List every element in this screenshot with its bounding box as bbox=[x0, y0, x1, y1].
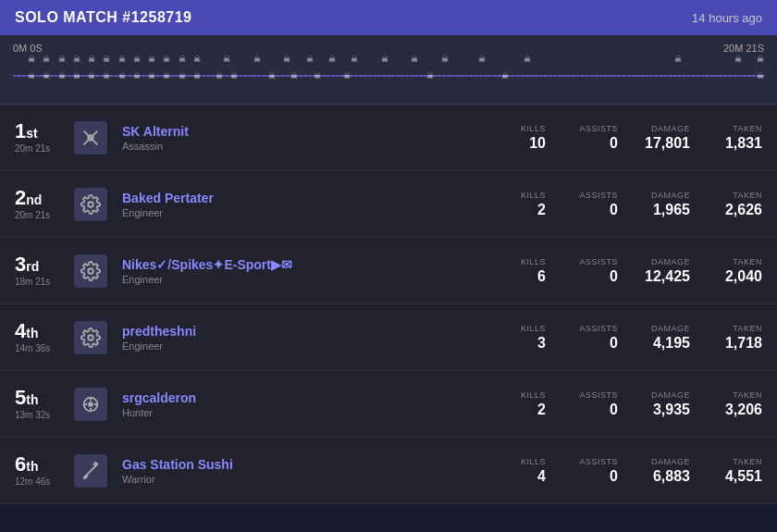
damage-label: DAMAGE bbox=[644, 257, 690, 266]
rank-number: 3 bbox=[15, 253, 26, 276]
class-icon-block bbox=[68, 254, 113, 288]
taken-stat: TAKEN 3,206 bbox=[716, 390, 762, 418]
kills-value: 2 bbox=[500, 402, 546, 418]
rank-display: 2nd bbox=[15, 188, 68, 208]
kills-label: KILLS bbox=[500, 324, 546, 333]
rank-suffix: st bbox=[26, 126, 37, 141]
assists-label: ASSISTS bbox=[572, 124, 618, 133]
kills-label: KILLS bbox=[500, 124, 546, 133]
player-info: srgcalderon Hunter bbox=[113, 390, 500, 418]
player-name[interactable]: predtheshni bbox=[122, 324, 500, 339]
match-title: SOLO MATCH #1258719 bbox=[15, 9, 192, 26]
class-icon-block bbox=[68, 121, 113, 155]
rank-suffix: th bbox=[26, 392, 38, 407]
player-name[interactable]: SK Alternit bbox=[122, 124, 500, 139]
damage-value: 6,883 bbox=[644, 468, 690, 485]
assists-stat: ASSISTS 0 bbox=[572, 390, 618, 418]
player-name[interactable]: srgcalderon bbox=[122, 390, 500, 405]
taken-label: TAKEN bbox=[716, 324, 762, 333]
assists-stat: ASSISTS 0 bbox=[572, 457, 618, 485]
damage-stat: DAMAGE 17,801 bbox=[644, 124, 690, 152]
rank-block: 1st 20m 21s bbox=[15, 121, 68, 154]
rank-time: 20m 21s bbox=[15, 210, 68, 220]
player-row[interactable]: 6th 12m 46s Gas Station Sushi Warrior KI… bbox=[0, 438, 777, 504]
taken-value: 4,551 bbox=[716, 468, 762, 485]
hunter-icon bbox=[74, 388, 107, 421]
assists-value: 0 bbox=[572, 135, 618, 152]
damage-stat: DAMAGE 6,883 bbox=[644, 457, 690, 485]
taken-stat: TAKEN 2,040 bbox=[716, 257, 762, 285]
player-row[interactable]: 5th 13m 32s srgcalderon Hunter KILLS 2 bbox=[0, 371, 777, 438]
player-class: Engineer bbox=[122, 207, 500, 218]
svg-point-5 bbox=[88, 335, 93, 340]
stats-block: KILLS 10 ASSISTS 0 DAMAGE 17,801 TAKEN 1… bbox=[500, 124, 762, 152]
timeline-progress-line bbox=[13, 75, 764, 77]
rank-suffix: rd bbox=[26, 259, 39, 274]
player-row[interactable]: 3rd 18m 21s Nikes✓/Spikes✦E-Sport▶✉ Engi… bbox=[0, 238, 777, 304]
player-info: predtheshni Engineer bbox=[113, 324, 500, 352]
damage-label: DAMAGE bbox=[644, 324, 690, 333]
timeline-track: ☠ ☠ ☠ ☠ ☠ ☠ ☠ ☠ ☠ ☠ ☠ ☠ ☠ ☠ ☠ ☠ ☠ ☠ ☠ ☠ … bbox=[13, 57, 764, 93]
rank-suffix: th bbox=[26, 459, 38, 474]
kills-label: KILLS bbox=[500, 390, 546, 400]
players-list: 1st 20m 21s SK Alternit Assassin KILLS 1… bbox=[0, 105, 777, 504]
kills-label: KILLS bbox=[500, 191, 546, 200]
taken-label: TAKEN bbox=[716, 191, 762, 200]
engineer-icon bbox=[74, 254, 107, 288]
assists-label: ASSISTS bbox=[572, 257, 618, 266]
engineer-icon bbox=[74, 321, 107, 354]
taken-label: TAKEN bbox=[716, 390, 762, 400]
rank-time: 13m 32s bbox=[15, 410, 68, 420]
match-time: 14 hours ago bbox=[692, 11, 762, 25]
assists-stat: ASSISTS 0 bbox=[572, 191, 618, 218]
damage-value: 1,965 bbox=[644, 202, 690, 218]
rank-number: 1 bbox=[15, 119, 26, 142]
kills-stat: KILLS 4 bbox=[500, 457, 546, 485]
taken-stat: TAKEN 1,718 bbox=[716, 324, 762, 352]
assists-label: ASSISTS bbox=[572, 324, 618, 333]
assists-label: ASSISTS bbox=[572, 191, 618, 200]
warrior-icon bbox=[74, 454, 107, 488]
kills-stat: KILLS 3 bbox=[500, 324, 546, 352]
assists-stat: ASSISTS 0 bbox=[572, 324, 618, 352]
kills-label: KILLS bbox=[500, 457, 546, 466]
rank-block: 5th 13m 32s bbox=[15, 388, 68, 420]
class-icon-block bbox=[68, 188, 113, 221]
rank-suffix: nd bbox=[26, 192, 42, 207]
rank-display: 3rd bbox=[15, 254, 68, 275]
taken-stat: TAKEN 1,831 bbox=[716, 124, 762, 152]
class-icon-block bbox=[68, 454, 113, 488]
assists-value: 0 bbox=[572, 402, 618, 418]
taken-stat: TAKEN 4,551 bbox=[716, 457, 762, 485]
taken-value: 2,626 bbox=[716, 202, 762, 218]
assists-value: 0 bbox=[572, 335, 618, 352]
taken-value: 1,718 bbox=[716, 335, 762, 352]
taken-value: 2,040 bbox=[716, 268, 762, 285]
timeline-end: 20M 21S bbox=[723, 43, 764, 54]
damage-value: 17,801 bbox=[644, 135, 690, 152]
kills-stat: KILLS 2 bbox=[500, 390, 546, 418]
rank-number: 5 bbox=[15, 386, 26, 409]
damage-stat: DAMAGE 4,195 bbox=[644, 324, 690, 352]
damage-value: 12,425 bbox=[644, 268, 690, 285]
stats-block: KILLS 6 ASSISTS 0 DAMAGE 12,425 TAKEN 2,… bbox=[500, 257, 762, 285]
player-name[interactable]: Nikes✓/Spikes✦E-Sport▶✉ bbox=[122, 257, 500, 272]
assists-value: 0 bbox=[572, 268, 618, 285]
rank-suffix: th bbox=[26, 326, 38, 340]
player-row[interactable]: 2nd 20m 21s Baked Pertater Engineer KILL… bbox=[0, 171, 777, 238]
damage-label: DAMAGE bbox=[644, 457, 690, 466]
player-row[interactable]: 1st 20m 21s SK Alternit Assassin KILLS 1… bbox=[0, 105, 777, 171]
assassin-icon bbox=[74, 121, 107, 155]
player-name[interactable]: Gas Station Sushi bbox=[122, 457, 500, 472]
assists-stat: ASSISTS 0 bbox=[572, 124, 618, 152]
player-row[interactable]: 4th 14m 36s predtheshni Engineer KILLS 3… bbox=[0, 304, 777, 371]
rank-time: 14m 36s bbox=[15, 343, 68, 353]
player-class: Warrior bbox=[122, 474, 500, 485]
rank-time: 12m 46s bbox=[15, 476, 68, 487]
assists-value: 0 bbox=[572, 202, 618, 218]
rank-block: 3rd 18m 21s bbox=[15, 254, 68, 287]
taken-value: 3,206 bbox=[716, 402, 762, 418]
player-name[interactable]: Baked Pertater bbox=[122, 191, 500, 205]
rank-display: 4th bbox=[15, 321, 68, 341]
rank-time: 20m 21s bbox=[15, 143, 68, 154]
